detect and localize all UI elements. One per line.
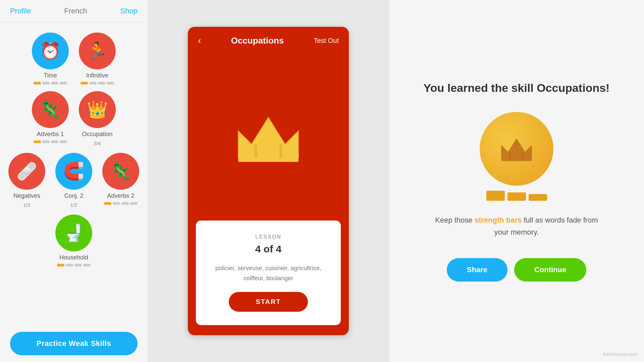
skill-name-conj2: Conj. 2 [64,192,83,199]
skill-occupation[interactable]: 👑 Occupation 3/4 [79,91,116,146]
medal-bar-1 [486,191,505,201]
profile-link[interactable]: Profile [10,7,31,15]
bar [51,140,58,143]
skill-circle-negatives: 🩹 [8,153,45,190]
practice-btn-container: Practice Weak Skills [0,325,148,362]
start-button[interactable]: START [229,292,308,312]
bar [83,264,91,266]
skill-negatives[interactable]: 🩹 Negatives 1/3 [8,153,45,208]
header-divider [0,22,148,22]
continue-button[interactable]: Continue [514,258,586,282]
back-button[interactable]: ‹ [198,35,201,46]
bar [57,264,64,266]
skill-adverbs2[interactable]: 🦎 Adverbs 2 [102,153,139,208]
skill-row-3: 🩹 Negatives 1/3 🧲 Conj. 2 1/2 🦎 Adverbs … [10,153,138,208]
share-button[interactable]: Share [447,258,507,282]
skill-name-negatives: Negatives [13,192,40,199]
svg-rect-1 [238,154,299,162]
skill-circle-time: ⏰ [32,33,69,69]
skill-progress-household [57,264,91,266]
lesson-label: LESSON [255,234,281,240]
bar [130,202,138,205]
test-out-button[interactable]: Test Out [314,37,339,45]
language-label: French [64,7,87,15]
bar [107,82,114,84]
left-header: Profile French Shop [0,0,148,22]
medal-bar-3 [529,194,547,201]
bar [34,82,41,84]
skill-time[interactable]: ⏰ Time [32,33,69,84]
skill-name-adverbs1: Adverbs 1 [37,131,64,138]
skill-name-time: Time [44,72,57,79]
skill-circle-occupation: 👑 [79,91,116,128]
middle-panel: ‹ Occupations Test Out LESSON 4 of 4 pol… [148,0,389,362]
bar [42,82,50,84]
lesson-card: LESSON 4 of 4 policier, serveuse, cuisin… [196,221,341,325]
skill-adverbs1[interactable]: 🦎 Adverbs 1 [32,91,69,146]
svg-marker-4 [501,139,532,159]
bar [80,82,88,84]
skill-conj2[interactable]: 🧲 Conj. 2 1/2 [55,153,92,208]
right-title: You learned the skill Occupations! [424,80,610,95]
bar [34,140,41,143]
lesson-words: policier, serveuse, cuisinier, agricultr… [208,263,329,284]
skill-circle-infinitive: 🏃 [79,33,116,69]
svg-marker-0 [238,117,299,158]
highlight-text: strength bars [475,216,522,224]
skill-circle-adverbs2: 🦎 [102,153,139,190]
bar [42,140,50,143]
bar [66,264,73,266]
right-buttons: Share Continue [447,258,586,282]
bar [60,82,67,84]
right-description: Keep those strength bars full as words f… [433,214,600,238]
medal-bar-2 [507,192,526,201]
skill-progress-adverbs2 [104,202,138,205]
skill-infinitive[interactable]: 🏃 Infinitive [79,33,116,84]
skill-progress-adverbs1 [34,140,67,143]
crown-area [225,54,312,221]
crown-icon [231,109,305,166]
skill-sub-conj2: 1/2 [70,202,77,208]
right-panel: You learned the skill Occupations! Keep … [389,0,644,362]
bar [74,264,82,266]
skill-circle-conj2: 🧲 [55,153,92,190]
bar [51,82,58,84]
occupations-card: ‹ Occupations Test Out LESSON 4 of 4 pol… [188,27,349,335]
middle-top-bar: ‹ Occupations Test Out [188,27,349,54]
bar [104,202,111,205]
bar [60,140,67,143]
lesson-number: 4 of 4 [255,243,281,255]
practice-weak-skills-button[interactable]: Practice Weak Skills [10,332,138,355]
skill-name-adverbs2: Adverbs 2 [107,192,134,199]
skill-name-occupation: Occupation [82,131,112,138]
bar [113,202,120,205]
skill-row-4: 🚽 Household [10,215,138,266]
shop-link[interactable]: Shop [120,7,138,15]
skill-name-household: Household [59,254,88,261]
bar [98,82,105,84]
skill-circle-adverbs1: 🦎 [32,91,69,128]
skill-sub-negatives: 1/3 [23,202,31,208]
medal-bars [486,191,547,201]
middle-title: Occupations [231,36,284,46]
medal-area [480,112,553,201]
skill-sub-occupation: 3/4 [94,140,101,146]
skill-household[interactable]: 🚽 Household [55,215,92,266]
skill-name-infinitive: Infinitive [86,72,108,79]
watermark: frenchcrazy.com [603,352,637,357]
bar [121,202,129,205]
svg-rect-5 [501,157,532,161]
medal-circle [480,112,553,186]
bar [89,82,97,84]
skill-progress-infinitive [80,82,114,84]
skills-grid: ⏰ Time 🏃 Infinitive [0,26,148,325]
medal-crown-icon [498,134,535,164]
left-panel: Profile French Shop ⏰ Time 🏃 Infinitive [0,0,148,362]
skill-row-2: 🦎 Adverbs 1 👑 Occupation 3/4 [10,91,138,146]
skill-row-1: ⏰ Time 🏃 Infinitive [10,33,138,84]
skill-progress-time [34,82,67,84]
skill-circle-household: 🚽 [55,215,92,251]
